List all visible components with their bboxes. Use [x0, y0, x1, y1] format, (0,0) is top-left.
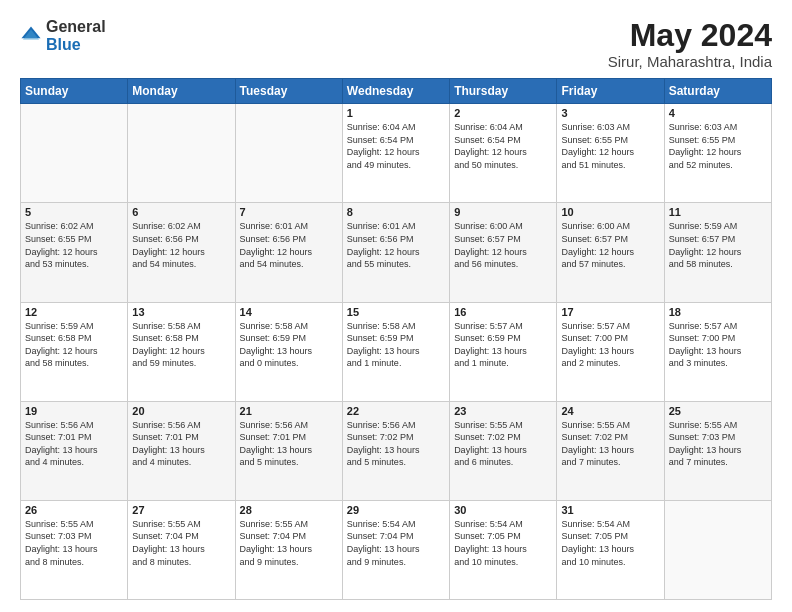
- day-number: 20: [132, 405, 230, 417]
- day-number: 3: [561, 107, 659, 119]
- day-info: Sunrise: 5:57 AM Sunset: 7:00 PM Dayligh…: [561, 320, 659, 370]
- calendar-cell: 5Sunrise: 6:02 AM Sunset: 6:55 PM Daylig…: [21, 203, 128, 302]
- day-number: 26: [25, 504, 123, 516]
- calendar-body: 1Sunrise: 6:04 AM Sunset: 6:54 PM Daylig…: [21, 104, 772, 600]
- day-number: 10: [561, 206, 659, 218]
- day-number: 16: [454, 306, 552, 318]
- calendar-cell: 23Sunrise: 5:55 AM Sunset: 7:02 PM Dayli…: [450, 401, 557, 500]
- day-number: 27: [132, 504, 230, 516]
- day-info: Sunrise: 5:58 AM Sunset: 6:58 PM Dayligh…: [132, 320, 230, 370]
- calendar-cell: 21Sunrise: 5:56 AM Sunset: 7:01 PM Dayli…: [235, 401, 342, 500]
- logo-text: General Blue: [46, 18, 106, 53]
- calendar-cell: 11Sunrise: 5:59 AM Sunset: 6:57 PM Dayli…: [664, 203, 771, 302]
- day-info: Sunrise: 5:58 AM Sunset: 6:59 PM Dayligh…: [240, 320, 338, 370]
- calendar-cell: 22Sunrise: 5:56 AM Sunset: 7:02 PM Dayli…: [342, 401, 449, 500]
- calendar-cell: 2Sunrise: 6:04 AM Sunset: 6:54 PM Daylig…: [450, 104, 557, 203]
- logo-blue: Blue: [46, 36, 81, 53]
- day-number: 14: [240, 306, 338, 318]
- calendar-table: SundayMondayTuesdayWednesdayThursdayFrid…: [20, 78, 772, 600]
- day-number: 9: [454, 206, 552, 218]
- day-number: 24: [561, 405, 659, 417]
- calendar-cell: 20Sunrise: 5:56 AM Sunset: 7:01 PM Dayli…: [128, 401, 235, 500]
- day-info: Sunrise: 5:57 AM Sunset: 6:59 PM Dayligh…: [454, 320, 552, 370]
- page: General Blue May 2024 Sirur, Maharashtra…: [0, 0, 792, 612]
- week-row-5: 26Sunrise: 5:55 AM Sunset: 7:03 PM Dayli…: [21, 500, 772, 599]
- day-info: Sunrise: 6:01 AM Sunset: 6:56 PM Dayligh…: [347, 220, 445, 270]
- week-row-4: 19Sunrise: 5:56 AM Sunset: 7:01 PM Dayli…: [21, 401, 772, 500]
- day-number: 21: [240, 405, 338, 417]
- day-info: Sunrise: 6:01 AM Sunset: 6:56 PM Dayligh…: [240, 220, 338, 270]
- calendar-cell: 30Sunrise: 5:54 AM Sunset: 7:05 PM Dayli…: [450, 500, 557, 599]
- calendar-cell: 29Sunrise: 5:54 AM Sunset: 7:04 PM Dayli…: [342, 500, 449, 599]
- day-info: Sunrise: 6:03 AM Sunset: 6:55 PM Dayligh…: [561, 121, 659, 171]
- day-header-monday: Monday: [128, 79, 235, 104]
- day-number: 17: [561, 306, 659, 318]
- day-info: Sunrise: 5:55 AM Sunset: 7:02 PM Dayligh…: [454, 419, 552, 469]
- day-info: Sunrise: 5:55 AM Sunset: 7:03 PM Dayligh…: [25, 518, 123, 568]
- day-header-thursday: Thursday: [450, 79, 557, 104]
- day-number: 8: [347, 206, 445, 218]
- day-number: 6: [132, 206, 230, 218]
- calendar-cell: [21, 104, 128, 203]
- day-number: 12: [25, 306, 123, 318]
- day-number: 11: [669, 206, 767, 218]
- day-info: Sunrise: 6:03 AM Sunset: 6:55 PM Dayligh…: [669, 121, 767, 171]
- calendar-cell: 19Sunrise: 5:56 AM Sunset: 7:01 PM Dayli…: [21, 401, 128, 500]
- day-number: 13: [132, 306, 230, 318]
- calendar-cell: 10Sunrise: 6:00 AM Sunset: 6:57 PM Dayli…: [557, 203, 664, 302]
- day-number: 31: [561, 504, 659, 516]
- day-number: 22: [347, 405, 445, 417]
- calendar-cell: 15Sunrise: 5:58 AM Sunset: 6:59 PM Dayli…: [342, 302, 449, 401]
- calendar-cell: [664, 500, 771, 599]
- day-info: Sunrise: 6:02 AM Sunset: 6:56 PM Dayligh…: [132, 220, 230, 270]
- day-header-saturday: Saturday: [664, 79, 771, 104]
- day-info: Sunrise: 6:00 AM Sunset: 6:57 PM Dayligh…: [454, 220, 552, 270]
- day-number: 23: [454, 405, 552, 417]
- day-info: Sunrise: 5:56 AM Sunset: 7:01 PM Dayligh…: [132, 419, 230, 469]
- calendar-cell: 8Sunrise: 6:01 AM Sunset: 6:56 PM Daylig…: [342, 203, 449, 302]
- day-info: Sunrise: 5:54 AM Sunset: 7:04 PM Dayligh…: [347, 518, 445, 568]
- calendar-cell: 17Sunrise: 5:57 AM Sunset: 7:00 PM Dayli…: [557, 302, 664, 401]
- day-header-tuesday: Tuesday: [235, 79, 342, 104]
- calendar-cell: [128, 104, 235, 203]
- day-header-friday: Friday: [557, 79, 664, 104]
- calendar-cell: 4Sunrise: 6:03 AM Sunset: 6:55 PM Daylig…: [664, 104, 771, 203]
- day-number: 1: [347, 107, 445, 119]
- day-info: Sunrise: 5:56 AM Sunset: 7:01 PM Dayligh…: [240, 419, 338, 469]
- day-info: Sunrise: 5:56 AM Sunset: 7:01 PM Dayligh…: [25, 419, 123, 469]
- day-info: Sunrise: 6:00 AM Sunset: 6:57 PM Dayligh…: [561, 220, 659, 270]
- calendar-cell: 31Sunrise: 5:54 AM Sunset: 7:05 PM Dayli…: [557, 500, 664, 599]
- logo: General Blue: [20, 18, 106, 53]
- day-info: Sunrise: 5:56 AM Sunset: 7:02 PM Dayligh…: [347, 419, 445, 469]
- day-info: Sunrise: 5:59 AM Sunset: 6:57 PM Dayligh…: [669, 220, 767, 270]
- calendar-cell: 7Sunrise: 6:01 AM Sunset: 6:56 PM Daylig…: [235, 203, 342, 302]
- calendar-cell: 9Sunrise: 6:00 AM Sunset: 6:57 PM Daylig…: [450, 203, 557, 302]
- logo-icon: [20, 25, 42, 47]
- calendar-cell: 3Sunrise: 6:03 AM Sunset: 6:55 PM Daylig…: [557, 104, 664, 203]
- day-header-sunday: Sunday: [21, 79, 128, 104]
- calendar-cell: 28Sunrise: 5:55 AM Sunset: 7:04 PM Dayli…: [235, 500, 342, 599]
- header-row: SundayMondayTuesdayWednesdayThursdayFrid…: [21, 79, 772, 104]
- calendar-cell: 14Sunrise: 5:58 AM Sunset: 6:59 PM Dayli…: [235, 302, 342, 401]
- calendar-header: SundayMondayTuesdayWednesdayThursdayFrid…: [21, 79, 772, 104]
- day-info: Sunrise: 5:55 AM Sunset: 7:04 PM Dayligh…: [240, 518, 338, 568]
- day-number: 18: [669, 306, 767, 318]
- day-info: Sunrise: 5:55 AM Sunset: 7:02 PM Dayligh…: [561, 419, 659, 469]
- calendar-cell: 1Sunrise: 6:04 AM Sunset: 6:54 PM Daylig…: [342, 104, 449, 203]
- day-info: Sunrise: 6:04 AM Sunset: 6:54 PM Dayligh…: [454, 121, 552, 171]
- day-number: 29: [347, 504, 445, 516]
- week-row-2: 5Sunrise: 6:02 AM Sunset: 6:55 PM Daylig…: [21, 203, 772, 302]
- title-block: May 2024 Sirur, Maharashtra, India: [608, 18, 772, 70]
- week-row-1: 1Sunrise: 6:04 AM Sunset: 6:54 PM Daylig…: [21, 104, 772, 203]
- day-info: Sunrise: 5:57 AM Sunset: 7:00 PM Dayligh…: [669, 320, 767, 370]
- week-row-3: 12Sunrise: 5:59 AM Sunset: 6:58 PM Dayli…: [21, 302, 772, 401]
- day-info: Sunrise: 5:54 AM Sunset: 7:05 PM Dayligh…: [454, 518, 552, 568]
- day-number: 15: [347, 306, 445, 318]
- calendar-cell: [235, 104, 342, 203]
- day-number: 4: [669, 107, 767, 119]
- day-number: 28: [240, 504, 338, 516]
- day-number: 30: [454, 504, 552, 516]
- logo-general: General: [46, 18, 106, 35]
- day-info: Sunrise: 5:55 AM Sunset: 7:04 PM Dayligh…: [132, 518, 230, 568]
- day-info: Sunrise: 6:04 AM Sunset: 6:54 PM Dayligh…: [347, 121, 445, 171]
